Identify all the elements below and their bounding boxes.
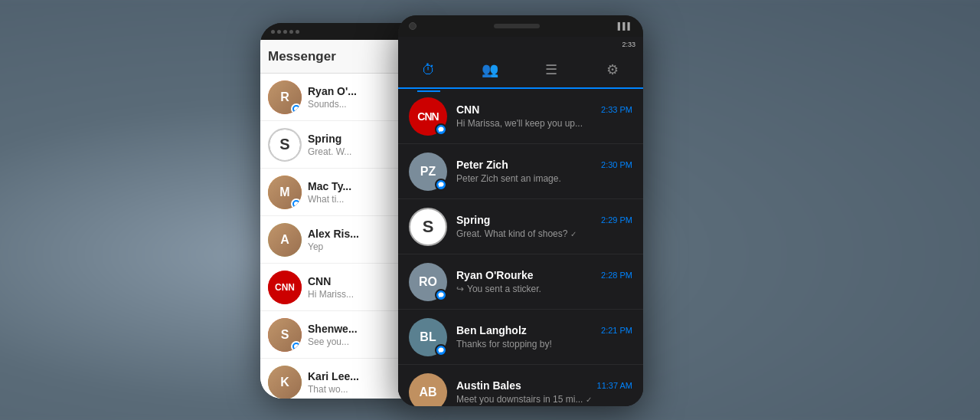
messenger-badge-icon [435, 289, 447, 301]
contact-name: CNN [456, 103, 479, 116]
android-list-item[interactable]: ABAustin Bales11:37 AMMeet you downstair… [398, 365, 643, 406]
android-list-item[interactable]: PZPeter Zich2:30 PMPeter Zich sent an im… [398, 144, 643, 199]
iphone-statusbar: 📶 [260, 23, 421, 40]
message-text: Thanks for stopping by! [456, 339, 552, 349]
iphone-conversation-list: RRyan O'...Sounds...SSpringGreat. W...MM… [260, 74, 421, 399]
last-message: Meet you downstairs in 15 mi... ✓ [456, 394, 632, 405]
messenger-badge-icon [291, 341, 302, 352]
iphone-device: 📶 Messenger RRyan O'...Sounds...SSpringG… [260, 23, 421, 399]
iphone-list-item[interactable]: AAlex Ris...Yep [260, 216, 421, 264]
iphone-list-item[interactable]: SShenwe...See you... [260, 311, 421, 359]
messenger-badge-icon [291, 199, 302, 209]
message-text: Peter Zich sent an image. [456, 173, 561, 184]
android-time: 2:33 [622, 41, 635, 48]
android-conversation-list: CNNCNN2:33 PMHi Marissa, we'll keep you … [398, 89, 643, 406]
android-list-item[interactable]: SSpring2:29 PMGreat. What kind of shoes?… [398, 199, 643, 254]
message-time: 2:30 PM [601, 160, 632, 169]
message-time: 2:33 PM [601, 105, 632, 114]
conversation-info: CNN2:33 PMHi Marissa, we'll keep you up.… [456, 103, 632, 129]
avatar: CNN [409, 97, 447, 136]
last-message: Great. What kind of shoes? ✓ [456, 228, 632, 239]
iphone-list-item[interactable]: SSpringGreat. W... [260, 121, 421, 169]
contact-name: Ryan O'Rourke [456, 269, 534, 281]
message-time: 2:28 PM [601, 271, 632, 280]
conversation-info: Ryan O'Rourke2:28 PM↩You sent a sticker. [456, 269, 632, 294]
messenger-badge-icon [291, 103, 302, 114]
message-time: 11:37 AM [597, 381, 632, 390]
avatar: BL [409, 318, 447, 356]
avatar: K [268, 366, 302, 399]
avatar: R [268, 80, 302, 114]
avatar: A [268, 223, 302, 257]
android-screen: 2:33 ⏱👥☰⚙ CNNCNN2:33 PMHi Marissa, we'll… [398, 37, 643, 406]
last-message: Peter Zich sent an image. [456, 173, 632, 184]
avatar: AB [409, 373, 447, 407]
avatar: PZ [409, 153, 447, 191]
last-message: Thanks for stopping by! [456, 339, 632, 349]
iphone-list-item[interactable]: KKari Lee...That wo... [260, 359, 421, 399]
tab-settings[interactable]: ⚙ [601, 58, 624, 81]
avatar: S [409, 208, 447, 246]
message-text: Hi Marissa, we'll keep you up... [456, 118, 583, 129]
tab-people[interactable]: 👥 [479, 58, 501, 81]
message-time: 2:29 PM [601, 215, 632, 225]
conversation-info: Peter Zich2:30 PMPeter Zich sent an imag… [456, 159, 632, 184]
reply-icon: ↩ [456, 284, 464, 294]
messenger-badge-icon [435, 179, 447, 191]
android-statusbar: 2:33 [398, 37, 643, 52]
tab-recent[interactable]: ⏱ [417, 58, 440, 81]
tab-groups[interactable]: ☰ [540, 58, 563, 81]
android-statusbar-icons: ▌▌▌ [618, 22, 632, 30]
contact-name: Austin Bales [456, 379, 521, 392]
contact-name: Peter Zich [456, 159, 508, 171]
avatar: S [268, 128, 302, 162]
avatar: M [268, 176, 302, 209]
android-list-item[interactable]: BLBen Langholz2:21 PMThanks for stopping… [398, 310, 643, 365]
android-camera [409, 22, 416, 30]
android-top-bezel: ▌▌▌ [398, 15, 643, 37]
android-list-item[interactable]: RORyan O'Rourke2:28 PM↩You sent a sticke… [398, 254, 643, 310]
scene: 📶 Messenger RRyan O'...Sounds...SSpringG… [0, 0, 980, 420]
android-list-item[interactable]: CNNCNN2:33 PMHi Marissa, we'll keep you … [398, 89, 643, 144]
iphone-list-item[interactable]: RRyan O'...Sounds... [260, 74, 421, 121]
read-checkmark: ✓ [570, 230, 577, 238]
iphone-list-item[interactable]: CNNCNNHi Mariss... [260, 264, 421, 311]
contact-name: Ben Langholz [456, 324, 527, 336]
read-checkmark: ✓ [586, 395, 592, 404]
conversation-info: Ben Langholz2:21 PMThanks for stopping b… [456, 324, 632, 349]
last-message: ↩You sent a sticker. [456, 284, 632, 294]
android-speaker [494, 24, 540, 28]
message-text: You sent a sticker. [467, 284, 541, 294]
avatar: S [268, 318, 302, 352]
iphone-screen: Messenger RRyan O'...Sounds...SSpringGre… [260, 40, 421, 399]
conversation-info: Austin Bales11:37 AMMeet you downstairs … [456, 379, 632, 405]
last-message: Hi Marissa, we'll keep you up... [456, 118, 632, 129]
contact-name: Spring [456, 214, 490, 226]
avatar: CNN [268, 271, 302, 304]
message-text: Meet you downstairs in 15 mi... [456, 394, 583, 405]
iphone-list-item[interactable]: MMac Ty...What ti... [260, 169, 421, 216]
messenger-badge-icon [435, 123, 447, 136]
iphone-title: Messenger [268, 49, 336, 64]
iphone-signal [271, 30, 299, 34]
message-text: Great. What kind of shoes? [456, 228, 567, 239]
iphone-header: Messenger [260, 40, 421, 74]
message-time: 2:21 PM [601, 326, 632, 335]
android-device: ▌▌▌ 2:33 ⏱👥☰⚙ CNNCNN2:33 PMHi Marissa, w… [398, 15, 643, 406]
avatar: RO [409, 263, 447, 301]
messenger-badge-icon [435, 344, 447, 356]
android-tab-bar[interactable]: ⏱👥☰⚙ [398, 52, 643, 89]
conversation-info: Spring2:29 PMGreat. What kind of shoes? … [456, 214, 632, 239]
signal-icon: ▌▌▌ [618, 22, 632, 30]
